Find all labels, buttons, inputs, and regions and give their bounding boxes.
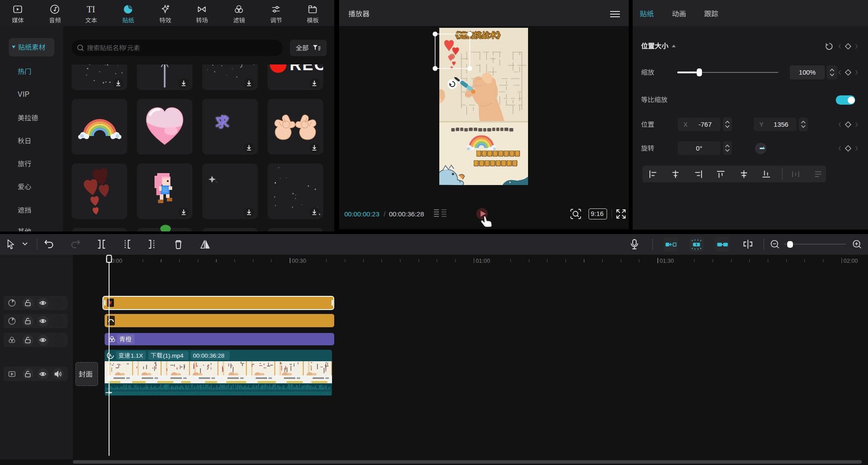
svg-text:TI: TI bbox=[87, 4, 95, 14]
svg-text:REC: REC bbox=[290, 64, 323, 74]
